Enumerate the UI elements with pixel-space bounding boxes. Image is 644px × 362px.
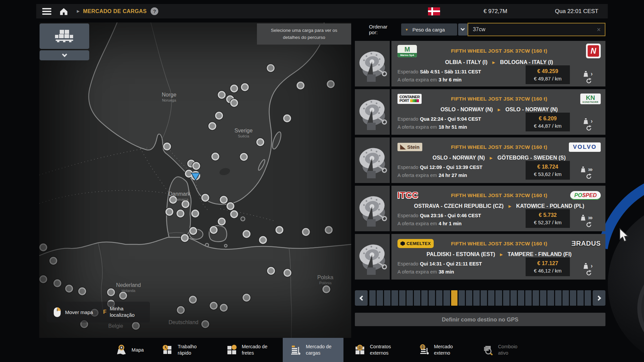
menu-hamburger-icon[interactable] xyxy=(42,8,51,15)
sort-dropdown-expand-button[interactable] xyxy=(458,23,468,36)
page-block[interactable] xyxy=(384,290,390,306)
cargo-marker[interactable] xyxy=(230,99,238,107)
cargo-marker[interactable] xyxy=(325,226,333,234)
cargo-marker[interactable] xyxy=(176,209,185,218)
search-input[interactable] xyxy=(472,26,597,33)
cargo-offer-row[interactable]: M Marmo SpA FIFTH WHEEL JOST JSK 37CW (1… xyxy=(355,41,605,86)
cargo-marker[interactable] xyxy=(201,194,210,202)
cargo-marker[interactable] xyxy=(169,196,177,204)
cargo-marker[interactable] xyxy=(243,230,251,238)
cargo-marker[interactable] xyxy=(201,320,210,328)
cargo-marker[interactable] xyxy=(208,122,217,130)
cargo-marker[interactable] xyxy=(302,228,310,236)
page-block[interactable] xyxy=(377,290,383,306)
filter-expand-button[interactable] xyxy=(40,50,89,60)
page-block[interactable] xyxy=(473,290,480,306)
cargo-marker[interactable] xyxy=(189,296,197,304)
cargo-marker[interactable] xyxy=(220,304,228,312)
cargo-marker[interactable] xyxy=(230,210,238,219)
page-block[interactable] xyxy=(429,290,435,306)
page-block[interactable] xyxy=(421,290,428,306)
cargo-offer-row[interactable]: CONTAINER PORT FIFTH WHEEL JOST JSK 37CW… xyxy=(355,89,605,135)
tab-cargo-market[interactable]: Mercado de cargas xyxy=(283,338,343,362)
page-block[interactable] xyxy=(407,290,413,306)
cargo-marker[interactable] xyxy=(218,91,226,99)
page-block[interactable] xyxy=(481,290,487,306)
cargo-marker[interactable] xyxy=(49,257,58,265)
cargo-marker[interactable] xyxy=(119,292,127,300)
page-block[interactable] xyxy=(511,290,517,306)
page-block[interactable] xyxy=(503,290,509,306)
tab-external-contracts[interactable]: Contratos externos xyxy=(347,338,408,362)
cargo-marker[interactable] xyxy=(226,202,235,210)
cargo-marker[interactable] xyxy=(218,218,226,226)
cargo-marker[interactable] xyxy=(191,209,200,218)
tab-external-market[interactable]: Mercado externo xyxy=(411,338,472,362)
cargo-marker[interactable] xyxy=(215,112,223,120)
page-block[interactable] xyxy=(436,290,442,306)
page-block[interactable] xyxy=(399,290,406,306)
page-block[interactable] xyxy=(547,290,554,306)
cargo-marker[interactable] xyxy=(165,208,174,216)
cargo-marker[interactable] xyxy=(259,236,267,244)
cargo-offer-row[interactable]: CEMELTEX FIFTH WHEEL JOST JSK 37CW (160 … xyxy=(355,234,605,280)
cargo-marker[interactable] xyxy=(210,226,218,234)
page-block[interactable] xyxy=(495,290,502,306)
cargo-marker[interactable] xyxy=(189,227,198,235)
cargo-marker[interactable] xyxy=(220,196,228,204)
cargo-marker[interactable] xyxy=(132,322,140,330)
cargo-marker[interactable] xyxy=(163,142,171,151)
cargo-marker[interactable] xyxy=(267,267,275,275)
cargo-marker[interactable] xyxy=(297,81,305,90)
cargo-marker[interactable] xyxy=(210,302,218,310)
cargo-marker[interactable] xyxy=(283,269,292,277)
cargo-marker[interactable] xyxy=(181,200,190,208)
cargo-marker[interactable] xyxy=(240,153,248,161)
cargo-marker[interactable] xyxy=(39,275,48,284)
cargo-offer-row[interactable]: ITCC FIFTH WHEEL JOST JSK 37CW (160 t) P… xyxy=(355,186,605,231)
cargo-marker[interactable] xyxy=(256,138,265,146)
page-block[interactable] xyxy=(443,290,450,306)
cargo-marker[interactable] xyxy=(267,64,275,72)
cargo-marker[interactable] xyxy=(177,306,185,314)
cargo-marker[interactable] xyxy=(65,285,73,293)
cargo-marker[interactable] xyxy=(53,279,62,288)
page-block[interactable] xyxy=(488,290,494,306)
tab-freight-market[interactable]: Mercado de fretes xyxy=(219,338,279,362)
page-block[interactable] xyxy=(555,290,561,306)
cargo-marker[interactable] xyxy=(107,288,115,297)
sort-dropdown[interactable]: ▼ Peso da carga xyxy=(401,23,458,36)
cargo-marker[interactable] xyxy=(327,80,335,88)
cargo-offer-row[interactable]: Stein FIFTH WHEEL JOST JSK 37CW (160 t) … xyxy=(355,137,605,183)
page-block[interactable] xyxy=(540,290,546,306)
page-block[interactable] xyxy=(414,290,420,306)
home-icon[interactable] xyxy=(59,7,68,15)
page-block[interactable] xyxy=(533,290,539,306)
cargo-type-filter-button[interactable] xyxy=(40,23,89,49)
page-block[interactable] xyxy=(585,290,591,306)
cargo-marker[interactable] xyxy=(192,162,201,170)
page-block[interactable] xyxy=(577,290,584,306)
help-icon[interactable]: ? xyxy=(151,7,158,15)
cargo-marker[interactable] xyxy=(211,153,220,161)
cargo-marker[interactable] xyxy=(322,285,331,294)
cargo-marker[interactable] xyxy=(243,294,251,302)
page-block[interactable] xyxy=(466,290,472,306)
page-block[interactable] xyxy=(369,290,376,306)
page-block-current[interactable] xyxy=(451,290,458,306)
prev-page-button[interactable] xyxy=(355,290,368,306)
cargo-marker[interactable] xyxy=(78,287,87,296)
page-block[interactable] xyxy=(525,290,532,306)
page-block[interactable] xyxy=(391,290,398,306)
cargo-marker[interactable] xyxy=(283,114,291,123)
cargo-marker[interactable] xyxy=(275,226,284,234)
cargo-marker[interactable] xyxy=(230,84,238,93)
page-block[interactable] xyxy=(459,290,465,306)
page-block[interactable] xyxy=(562,290,569,306)
tab-quick-job[interactable]: Trabalho rápido xyxy=(155,338,215,362)
tab-map[interactable]: Mapa xyxy=(108,338,151,362)
world-map[interactable]: NorgeNoruegaSverigeSuéciaDanmarkDinamarc… xyxy=(39,22,351,338)
page-block[interactable] xyxy=(518,290,524,306)
clear-search-icon[interactable]: × xyxy=(597,26,601,33)
cargo-marker[interactable] xyxy=(241,83,249,92)
